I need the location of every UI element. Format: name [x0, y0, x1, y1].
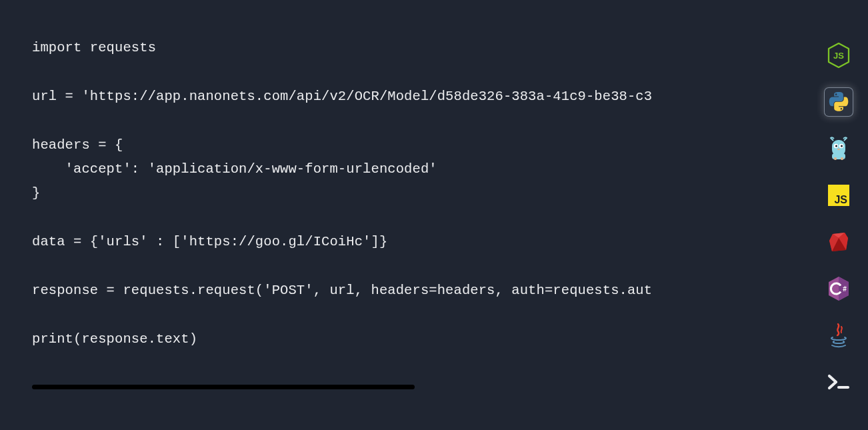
svg-point-6 — [841, 145, 843, 147]
svg-rect-8 — [834, 157, 837, 160]
javascript-icon: JS — [828, 185, 849, 206]
lang-shell[interactable] — [825, 368, 853, 396]
lang-nodejs[interactable]: JS — [825, 41, 853, 69]
csharp-icon: # — [827, 276, 850, 301]
lang-go[interactable] — [825, 135, 853, 163]
lang-java[interactable] — [825, 321, 853, 349]
svg-text:#: # — [843, 285, 847, 293]
lang-csharp[interactable]: # — [825, 275, 853, 303]
lang-ruby[interactable] — [825, 228, 853, 256]
svg-text:JS: JS — [833, 51, 844, 61]
svg-point-5 — [835, 145, 837, 147]
language-selector-rail: JS — [821, 41, 856, 396]
svg-text:JS: JS — [834, 194, 847, 205]
scrollbar-thumb[interactable] — [32, 385, 415, 389]
python-icon — [829, 92, 849, 112]
golang-icon — [829, 137, 848, 161]
lang-javascript[interactable]: JS — [825, 181, 853, 209]
lang-python[interactable] — [825, 88, 853, 116]
horizontal-scrollbar[interactable] — [32, 385, 785, 391]
java-icon — [829, 323, 849, 348]
code-viewport: import requests url = 'https://app.nanon… — [32, 36, 785, 396]
svg-point-7 — [837, 149, 840, 151]
shell-icon — [827, 374, 850, 390]
ruby-icon — [828, 231, 849, 253]
nodejs-icon: JS — [827, 43, 850, 68]
code-block[interactable]: import requests url = 'https://app.nanon… — [32, 36, 785, 351]
svg-rect-9 — [841, 157, 843, 160]
